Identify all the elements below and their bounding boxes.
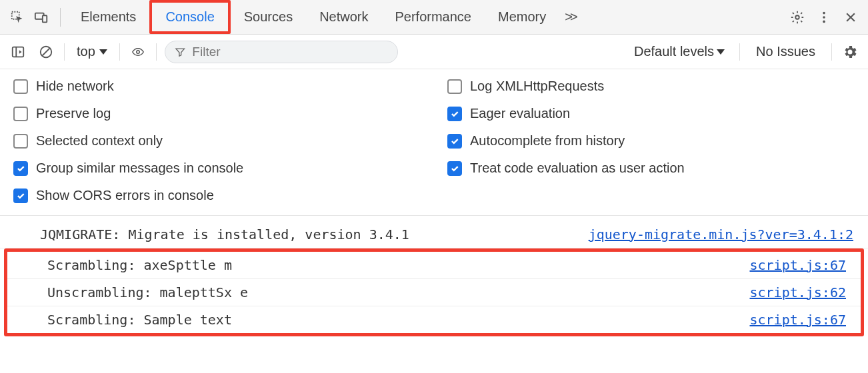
option-log-xhr[interactable]: Log XMLHttpRequests [447,79,855,94]
context-label: top [77,44,95,59]
divider [119,43,120,61]
live-expression-icon[interactable] [128,42,148,62]
log-source-link[interactable]: script.js:62 [750,284,847,300]
option-label: Hide network [36,79,114,94]
divider [831,43,832,61]
settings-gear-icon[interactable] [785,5,809,29]
tab-network[interactable]: Network [306,0,381,34]
log-source-link[interactable]: script.js:67 [750,312,847,328]
filter-icon [175,46,186,58]
filter-box[interactable] [165,41,398,63]
more-tabs-icon[interactable]: >> [559,9,580,25]
issues-count[interactable]: No Issues [748,44,823,59]
option-eager-eval[interactable]: Eager evaluation [447,106,855,121]
inspect-element-icon[interactable] [5,5,29,29]
log-row: Scrambling: axeSpttle m script.js:67 [7,252,861,279]
tab-label: Elements [81,9,136,25]
checkbox[interactable] [447,107,462,121]
filter-input[interactable] [192,45,388,59]
tab-elements[interactable]: Elements [67,0,149,34]
option-label: Log XMLHttpRequests [470,79,604,94]
svg-rect-2 [43,15,47,22]
option-label: Autocomplete from history [470,133,625,149]
divider [739,43,740,61]
option-autocomplete[interactable]: Autocomplete from history [447,133,855,149]
checkbox[interactable] [13,188,28,203]
devtools-tabbar: Elements Console Sources Network Perform… [0,0,868,35]
tab-label: Sources [244,9,293,25]
svg-point-11 [137,50,140,53]
checkbox[interactable] [13,79,28,94]
svg-point-4 [823,11,825,14]
svg-point-3 [795,15,799,19]
levels-label: Default levels [634,44,714,59]
chevron-down-icon [717,49,725,55]
tab-label: Console [165,9,214,25]
divider [60,8,61,27]
option-hide-network[interactable]: Hide network [13,79,421,94]
highlighted-log-region: Scrambling: axeSpttle m script.js:67 Uns… [4,248,864,336]
tab-label: Performance [395,9,472,25]
console-toolbar: top Default levels No Issues [0,35,868,69]
divider [156,43,157,61]
console-settings-gear-icon[interactable] [840,42,860,62]
option-treat-code[interactable]: Treat code evaluation as user action [447,161,855,176]
option-group-similar[interactable]: Group similar messages in console [13,161,421,176]
tab-strip: Elements Console Sources Network Perform… [67,0,581,34]
tab-console[interactable]: Console [149,0,230,34]
svg-point-6 [823,20,825,23]
close-icon[interactable] [839,5,863,29]
log-source-link[interactable]: script.js:67 [750,257,847,273]
checkbox[interactable] [13,134,28,149]
log-row: Scrambling: Sample text script.js:67 [7,306,861,333]
console-settings-panel: Hide network Log XMLHttpRequests Preserv… [0,69,868,216]
console-log: JQMIGRATE: Migrate is installed, version… [0,216,868,336]
device-toolbar-icon[interactable] [29,5,53,29]
svg-rect-7 [13,47,24,57]
context-selector[interactable]: top [73,44,111,59]
chevron-down-icon [99,49,107,55]
kebab-menu-icon[interactable] [812,5,836,29]
log-source-link[interactable]: jquery-migrate.min.js?ver=3.4.1:2 [589,226,853,242]
option-label: Group similar messages in console [36,161,243,176]
log-message: JQMIGRATE: Migrate is installed, version… [40,226,589,242]
clear-console-icon[interactable] [36,42,56,62]
tab-memory[interactable]: Memory [485,0,559,34]
sidebar-toggle-icon[interactable] [8,42,28,62]
log-message: Scrambling: Sample text [47,312,750,328]
option-label: Selected context only [36,133,163,149]
tab-performance[interactable]: Performance [382,0,485,34]
option-label: Preserve log [36,106,111,121]
svg-line-10 [43,48,50,55]
option-label: Eager evaluation [470,106,570,121]
log-message: Scrambling: axeSpttle m [47,257,750,273]
log-row: JQMIGRATE: Migrate is installed, version… [0,221,868,248]
svg-point-5 [823,16,825,19]
option-label: Show CORS errors in console [36,188,214,203]
checkbox[interactable] [447,79,462,94]
option-preserve-log[interactable]: Preserve log [13,106,421,121]
option-selected-context[interactable]: Selected context only [13,133,421,149]
tab-label: Network [319,9,368,25]
log-levels-selector[interactable]: Default levels [627,44,731,59]
issues-label: No Issues [756,44,815,59]
tab-label: Memory [498,9,546,25]
log-message: Unscrambling: malepttSx e [47,284,750,300]
option-show-cors[interactable]: Show CORS errors in console [13,188,421,203]
checkbox[interactable] [13,107,28,121]
option-label: Treat code evaluation as user action [470,161,685,176]
divider [64,43,65,61]
checkbox[interactable] [447,161,462,176]
log-row: Unscrambling: malepttSx e script.js:62 [7,279,861,306]
tab-sources[interactable]: Sources [231,0,306,34]
checkbox[interactable] [13,161,28,176]
checkbox[interactable] [447,134,462,149]
